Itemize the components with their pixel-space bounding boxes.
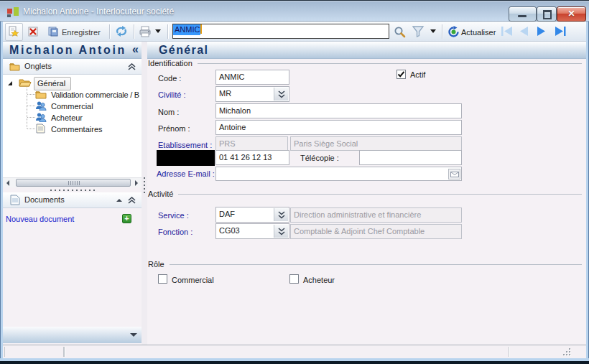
toolbar-separator: [442, 24, 442, 39]
collapse-panel-icon[interactable]: «: [132, 43, 139, 56]
scroll-left-arrow[interactable]: [6, 180, 9, 186]
new-document-link[interactable]: Nouveau document: [6, 215, 74, 223]
nav-next-button[interactable]: [536, 27, 546, 36]
tree-expander-icon[interactable]: [8, 81, 12, 85]
tree-item-label: Général: [37, 79, 65, 88]
dropdown-button[interactable]: [274, 88, 288, 101]
collapse-chevron-icon[interactable]: [128, 197, 136, 204]
dropdown-button[interactable]: [274, 208, 288, 221]
code-label: Code :: [158, 74, 181, 83]
left-panel-bottom-bar[interactable]: [3, 327, 142, 343]
tree-item-acheteur[interactable]: Acheteur: [3, 111, 142, 123]
delete-button[interactable]: [27, 26, 39, 37]
title-bar[interactable]: Michalon Antoine - Interlocuteur société…: [0, 0, 589, 22]
etablissement-code-input[interactable]: PRS: [215, 136, 288, 151]
email-button[interactable]: [448, 169, 460, 179]
collapse-chevron-icon[interactable]: [128, 63, 136, 70]
status-cell: [63, 347, 509, 357]
search-input[interactable]: ANMIC: [172, 24, 389, 39]
horizontal-scrollbar[interactable]: [3, 177, 142, 187]
toolbar: Enregistrer ANMIC Actualiser: [3, 22, 586, 42]
scrollbar-grip: [68, 181, 80, 185]
telecopie-input[interactable]: [359, 150, 462, 165]
nav-previous-button[interactable]: [519, 27, 529, 36]
actualiser-button[interactable]: Actualiser: [461, 28, 496, 37]
actif-checkbox[interactable]: [396, 70, 406, 79]
email-label: Adresse E-mail :: [157, 169, 215, 178]
maximize-button[interactable]: [537, 6, 557, 22]
tree-item-general[interactable]: Général: [3, 76, 142, 89]
service-value: DAF: [219, 210, 235, 218]
close-icon: ✕: [557, 9, 585, 19]
tree-connector: [27, 106, 35, 107]
tree-item-validation[interactable]: Validation commerciale / B: [3, 88, 142, 100]
civilite-combo[interactable]: MR: [215, 86, 289, 102]
document-icon: [36, 123, 45, 134]
chevron-down-icon: [130, 333, 137, 337]
search-text-selection: ANMIC: [173, 24, 200, 35]
nom-label: Nom :: [158, 108, 179, 116]
nav-first-button[interactable]: [501, 27, 514, 36]
telephone-input[interactable]: 01 41 26 12 13: [215, 150, 289, 165]
prenom-input[interactable]: Antoine: [215, 120, 462, 135]
onglets-panel-title: Onglets: [24, 62, 52, 70]
tree-connector: [27, 129, 35, 130]
left-panel-header: Michalon Antoin «: [3, 42, 142, 59]
search-icon[interactable]: [394, 26, 406, 38]
close-button[interactable]: ✕: [557, 6, 586, 22]
status-cell: [4, 347, 65, 357]
filter-icon[interactable]: [412, 26, 425, 37]
service-combo[interactable]: DAF: [215, 207, 289, 223]
activite-legend: Activité: [148, 190, 582, 198]
actualiser-icon[interactable]: [447, 26, 460, 38]
fonction-value: CG03: [219, 226, 240, 235]
refresh-button[interactable]: [115, 26, 128, 37]
folder-icon: [35, 90, 47, 99]
print-dropdown-arrow[interactable]: [155, 29, 162, 34]
tree-item-commercial[interactable]: Commercial: [3, 100, 142, 111]
onglets-tree: Général Validation commerciale / B Comme…: [3, 75, 142, 177]
acheteur-checkbox[interactable]: [289, 274, 299, 284]
splitter-grip: [144, 177, 145, 193]
scroll-up-icon[interactable]: [116, 199, 122, 202]
new-document-icon[interactable]: [7, 26, 19, 37]
window-title: Michalon Antoine - Interlocuteur société: [23, 6, 174, 17]
legend-line: [170, 264, 582, 265]
nom-input[interactable]: Michalon: [215, 103, 462, 118]
vertical-splitter[interactable]: [142, 42, 147, 345]
status-bar: [3, 345, 586, 358]
resize-grip[interactable]: [560, 347, 572, 357]
folder-icon: [9, 62, 20, 71]
users-icon: [35, 112, 47, 122]
scroll-right-arrow[interactable]: [135, 180, 138, 186]
dropdown-button[interactable]: [274, 225, 288, 238]
print-button[interactable]: [139, 26, 152, 37]
telecopie-label: Télécopie :: [300, 154, 339, 162]
tree-item-label: Commentaires: [51, 125, 103, 134]
main-header-title: Général: [159, 44, 208, 57]
window-border-right: [586, 22, 589, 358]
save-icon[interactable]: [47, 26, 59, 37]
tree-item-commentaires[interactable]: Commentaires: [3, 123, 142, 134]
etablissement-name-input[interactable]: Paris Siège Social: [290, 136, 462, 151]
horizontal-splitter[interactable]: [3, 187, 142, 192]
toolbar-separator: [134, 24, 134, 39]
commercial-checkbox[interactable]: [158, 274, 167, 284]
scrollbar-thumb[interactable]: [16, 179, 131, 187]
onglets-panel-header[interactable]: Onglets: [3, 59, 142, 75]
toolbar-separator: [167, 24, 168, 39]
fonction-combo[interactable]: CG03: [215, 223, 289, 239]
tree-item-label: Validation commerciale / B: [51, 90, 139, 99]
app-icon: [7, 6, 19, 18]
minimize-button[interactable]: [509, 6, 537, 22]
activite-legend-text: Activité: [148, 190, 173, 198]
email-input[interactable]: [215, 167, 462, 181]
save-button[interactable]: Enregistrer: [62, 28, 101, 37]
role-legend-text: Rôle: [148, 260, 164, 269]
code-input[interactable]: ANMIC: [215, 70, 289, 85]
nav-last-button[interactable]: [554, 27, 566, 36]
tree-item-label: Commercial: [51, 102, 93, 111]
add-document-button[interactable]: +: [122, 214, 131, 223]
documents-panel-header[interactable]: Documents: [3, 192, 142, 208]
filter-dropdown-arrow[interactable]: [430, 29, 437, 34]
